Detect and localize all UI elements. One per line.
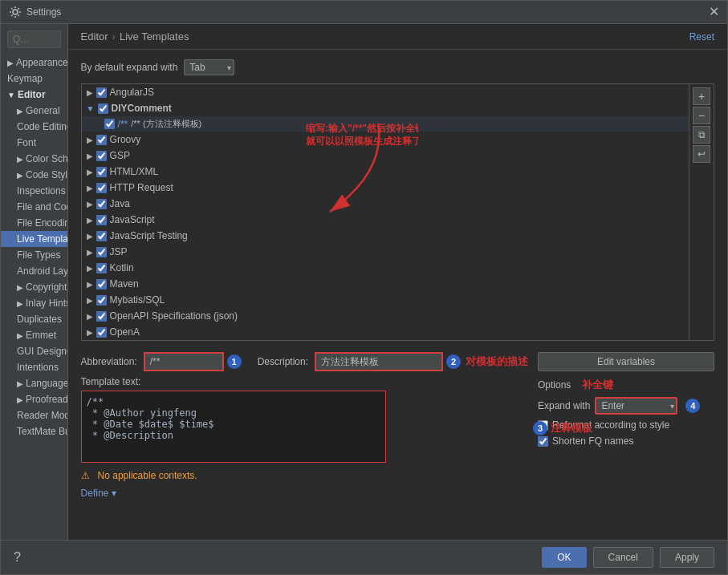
content-area: ▶Appearance & Behavior Keymap ▼Editor ▶G… <box>1 24 727 540</box>
sidebar-item-language-injections[interactable]: ▶Language Injections <box>1 375 67 391</box>
shorten-checkbox[interactable] <box>538 436 548 447</box>
sidebar-item-file-encodings[interactable]: File Encodings ⊞ <box>1 215 67 231</box>
group-jsp[interactable]: ▶ JSP <box>82 244 689 260</box>
abbreviation-input[interactable] <box>144 352 224 371</box>
diycomment-arrow: ▼ <box>87 104 95 113</box>
expand-with-select[interactable]: Tab Enter Space Default (Tab) <box>595 397 677 415</box>
main-content: By default expand with Tab Enter Space <box>68 50 727 540</box>
shortcut-annotation: 补全键 <box>582 378 613 392</box>
copy-template-button[interactable]: ⧉ <box>693 126 710 144</box>
sidebar-item-inspections[interactable]: Inspections ⊞ <box>1 183 67 199</box>
angularjs-checkbox[interactable] <box>96 87 107 98</box>
shorten-option: Shorten FQ names <box>538 435 714 447</box>
comment-annotation: 注释模板 <box>551 421 592 435</box>
openapi-label: OpenAPI Specifications (json) <box>110 310 238 322</box>
group-kotlin[interactable]: ▶ Kotlin <box>82 260 689 276</box>
sidebar-item-file-code-templates[interactable]: File and Code Templates <box>1 199 67 215</box>
sidebar-item-proofreading[interactable]: ▶Proofreading <box>1 391 67 407</box>
help-icon[interactable]: ? <box>14 550 21 565</box>
sidebar-item-duplicates[interactable]: Duplicates <box>1 311 67 327</box>
group-java[interactable]: ▶ Java <box>82 196 689 212</box>
group-opena[interactable]: ▶ OpenA <box>82 324 689 340</box>
no-context-label: No applicable contexts. <box>98 470 197 481</box>
group-js-testing[interactable]: ▶ JavaScript Testing <box>82 228 689 244</box>
define-link[interactable]: Define ▾ <box>81 488 116 499</box>
reset-button[interactable]: Reset <box>689 31 714 43</box>
diycomment-entry-checkbox[interactable] <box>104 119 115 129</box>
maven-checkbox[interactable] <box>96 279 107 290</box>
restore-template-button[interactable]: ↩ <box>693 145 710 163</box>
groovy-checkbox[interactable] <box>96 135 107 145</box>
sidebar-item-intentions[interactable]: Intentions <box>1 359 67 375</box>
sidebar-item-font[interactable]: Font <box>1 135 67 151</box>
jsp-checkbox[interactable] <box>96 247 107 257</box>
apply-button[interactable]: Apply <box>660 547 714 568</box>
gsp-checkbox[interactable] <box>96 151 107 161</box>
group-openapi[interactable]: ▶ OpenAPI Specifications (json) <box>82 308 689 324</box>
expand-with-select-wrap: Tab Enter Space Default (Tab) <box>595 397 677 415</box>
expand-row: By default expand with Tab Enter Space <box>81 59 714 75</box>
dialog-title: Settings <box>26 6 709 18</box>
group-maven[interactable]: ▶ Maven <box>82 276 689 292</box>
group-angularjs[interactable]: ▶ AngularJS <box>82 84 689 100</box>
sidebar-item-inlay-hints[interactable]: ▶Inlay Hints ⊞ <box>1 295 67 311</box>
group-http[interactable]: ▶ HTTP Request <box>82 180 689 196</box>
sidebar-item-android-layout[interactable]: Android Layout Editor <box>1 263 67 279</box>
edit-variables-button[interactable]: Edit variables <box>538 352 714 371</box>
kotlin-checkbox[interactable] <box>96 263 107 273</box>
breadcrumb-live-templates: Live Templates <box>120 30 189 43</box>
sidebar-item-textmate[interactable]: TextMate Bundles <box>1 423 67 439</box>
cancel-button[interactable]: Cancel <box>593 547 653 568</box>
js-checkbox[interactable] <box>96 215 107 225</box>
define-row: Define ▾ <box>81 488 528 499</box>
search-box <box>7 30 61 48</box>
search-input[interactable] <box>7 30 61 48</box>
close-button[interactable]: ✕ <box>709 6 719 18</box>
js-testing-arrow: ▶ <box>87 232 93 241</box>
java-arrow: ▶ <box>87 200 93 209</box>
badge-1: 1 <box>227 354 242 369</box>
template-list-wrap: ▶ AngularJS ▼ DIYComment <box>81 83 714 341</box>
description-input[interactable] <box>315 352 443 371</box>
sidebar-item-live-templates[interactable]: Live Templates <box>1 231 67 247</box>
sidebar-item-gui-designer[interactable]: GUI Designer ⊞ <box>1 343 67 359</box>
sidebar-item-emmet[interactable]: ▶Emmet <box>1 327 67 343</box>
http-checkbox[interactable] <box>96 183 107 193</box>
group-html[interactable]: ▶ HTML/XML <box>82 164 689 180</box>
html-checkbox[interactable] <box>96 167 107 177</box>
sidebar-item-color-scheme[interactable]: ▶Color Scheme <box>1 151 67 167</box>
html-label: HTML/XML <box>110 166 159 177</box>
group-groovy[interactable]: ▶ Groovy <box>82 132 689 148</box>
sidebar-item-file-types[interactable]: File Types <box>1 247 67 263</box>
gsp-label: GSP <box>110 150 130 161</box>
sidebar-item-reader-mode[interactable]: Reader Mode ⊞ <box>1 407 67 423</box>
abbreviation-label: Abbreviation: <box>81 356 137 367</box>
mybatis-checkbox[interactable] <box>96 295 107 306</box>
sidebar-item-copyright[interactable]: ▶Copyright <box>1 279 67 295</box>
sidebar-item-appearance[interactable]: ▶Appearance & Behavior <box>1 55 67 71</box>
sidebar-item-keymap[interactable]: Keymap <box>1 71 67 87</box>
sidebar-item-general[interactable]: ▶General <box>1 103 67 119</box>
group-gsp[interactable]: ▶ GSP <box>82 148 689 164</box>
opena-checkbox[interactable] <box>96 327 107 338</box>
template-text-input[interactable]: /** * @Author yingfeng * @Date $date$ $t… <box>81 391 386 463</box>
remove-template-button[interactable]: − <box>693 107 710 124</box>
sidebar-item-editor[interactable]: ▼Editor <box>1 87 67 103</box>
template-list-inner: ▶ AngularJS ▼ DIYComment <box>82 84 714 340</box>
add-template-button[interactable]: + <box>693 87 710 105</box>
template-entry-diycomment[interactable]: /** /** (方法注释模板) <box>82 116 689 132</box>
group-diycomment[interactable]: ▼ DIYComment <box>82 100 689 116</box>
group-js[interactable]: ▶ JavaScript <box>82 212 689 228</box>
sidebar-item-code-editing[interactable]: Code Editing <box>1 119 67 135</box>
diycomment-checkbox[interactable] <box>98 103 108 114</box>
ok-button[interactable]: OK <box>542 547 586 568</box>
sidebar-item-code-style[interactable]: ▶Code Style <box>1 167 67 183</box>
group-mybatis[interactable]: ▶ Mybatis/SQL <box>82 292 689 308</box>
expand-select[interactable]: Tab Enter Space <box>184 59 234 75</box>
java-checkbox[interactable] <box>96 199 107 209</box>
options-label: Options <box>538 379 571 391</box>
kotlin-arrow: ▶ <box>87 264 93 273</box>
openapi-checkbox[interactable] <box>96 311 107 322</box>
js-testing-checkbox[interactable] <box>96 231 107 241</box>
groovy-label: Groovy <box>110 134 141 145</box>
